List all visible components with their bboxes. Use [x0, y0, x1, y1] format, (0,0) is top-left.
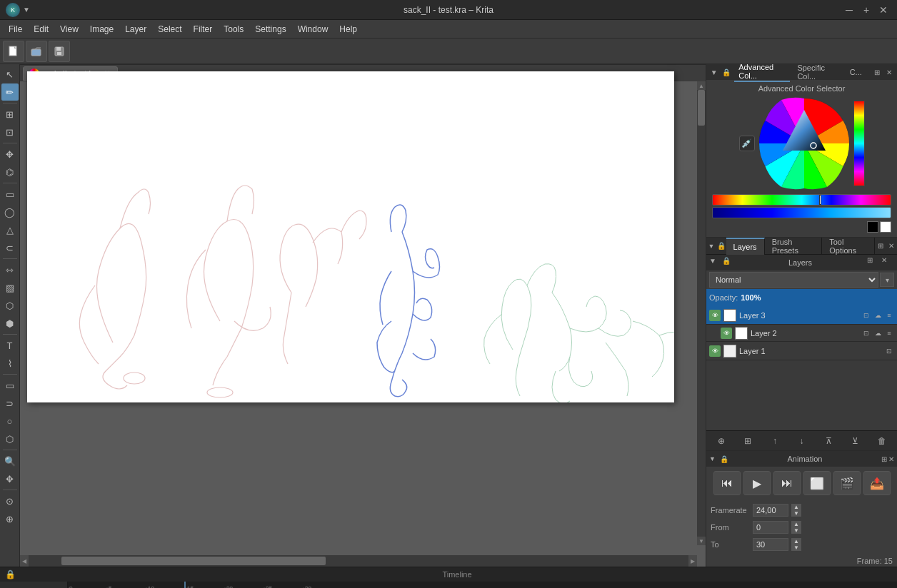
- scroll-down-button[interactable]: ▼: [697, 537, 706, 545]
- tool-ellipse-shape[interactable]: ○: [1, 412, 19, 430]
- background-color[interactable]: [880, 221, 891, 233]
- blend-options-btn[interactable]: ▾: [880, 273, 894, 287]
- anim-export[interactable]: 📤: [863, 471, 891, 495]
- framerate-up[interactable]: ▲: [791, 504, 801, 510]
- menu-tools[interactable]: Tools: [218, 23, 249, 36]
- layer-item-3[interactable]: 👁 Layer 3 ⊡ ☁ ≡: [706, 306, 897, 325]
- framerate-down[interactable]: ▼: [791, 510, 801, 517]
- tool-lasso[interactable]: ⊃: [1, 395, 19, 412]
- tool-freehand-select[interactable]: ⊂: [1, 239, 19, 256]
- layers-panel-lock[interactable]: 🔒: [722, 257, 733, 268]
- layer-item-1[interactable]: 👁 Layer 1 ⊡: [706, 342, 897, 360]
- minimize-button[interactable]: ─: [841, 2, 857, 18]
- tab-tool-options[interactable]: Tool Options: [822, 238, 875, 255]
- anim-loop[interactable]: ⬜: [803, 471, 831, 495]
- panel-maximize2[interactable]: ⊞: [875, 238, 886, 254]
- tool-calligraphy[interactable]: ⌇: [1, 355, 19, 372]
- menu-select[interactable]: Select: [152, 23, 187, 36]
- tool-smart-select2[interactable]: ⊕: [1, 510, 19, 527]
- duplicate-layer-btn[interactable]: ⊞: [740, 433, 756, 449]
- drawing-canvas[interactable]: [27, 71, 674, 402]
- color-panel-lock[interactable]: 🔒: [722, 66, 732, 78]
- tool-gradient[interactable]: ▨: [1, 279, 19, 296]
- anim-close[interactable]: ✕: [888, 455, 894, 463]
- layer-2-visibility[interactable]: 👁: [721, 328, 732, 339]
- eyedropper-button[interactable]: 💉: [739, 136, 755, 151]
- panel-close2[interactable]: ✕: [886, 238, 897, 254]
- tool-move[interactable]: ✥: [1, 146, 19, 163]
- menu-view[interactable]: View: [54, 23, 84, 36]
- tool-colorpick[interactable]: ⊙: [1, 492, 19, 510]
- anim-expand[interactable]: ⊞: [881, 455, 887, 463]
- tool-smart[interactable]: ⌬: [1, 163, 19, 181]
- layers-close-btn[interactable]: ✕: [881, 256, 894, 269]
- blend-mode-select[interactable]: Normal: [709, 272, 878, 288]
- scroll-right-button[interactable]: ▶: [688, 555, 697, 567]
- close-button[interactable]: ✕: [876, 2, 891, 18]
- to-up[interactable]: ▲: [791, 538, 801, 544]
- hue-bar[interactable]: [712, 194, 891, 206]
- tab-specific-color[interactable]: Specific Col...: [793, 63, 842, 81]
- color-wheel[interactable]: [758, 97, 851, 190]
- from-input[interactable]: [753, 521, 788, 534]
- scroll-left-button[interactable]: ◀: [20, 555, 29, 567]
- titlebar-dropdown[interactable]: ▼: [23, 6, 30, 14]
- anim-play[interactable]: ▶: [743, 471, 771, 495]
- tab-advanced-color[interactable]: Advanced Col...: [734, 62, 790, 82]
- tab-color-c[interactable]: C...: [846, 67, 866, 77]
- menu-help[interactable]: Help: [334, 23, 363, 36]
- menu-image[interactable]: Image: [84, 23, 119, 36]
- layer-3-visibility[interactable]: 👁: [709, 310, 721, 321]
- anim-clap[interactable]: 🎬: [833, 471, 861, 495]
- add-layer-btn[interactable]: ⊕: [713, 433, 729, 449]
- anim-first-frame[interactable]: ⏮: [713, 471, 741, 495]
- tool-zoom[interactable]: 🔍: [1, 452, 19, 470]
- menu-settings[interactable]: Settings: [249, 23, 291, 36]
- anim-arrow[interactable]: ▼: [709, 455, 716, 462]
- tool-smart-fill[interactable]: ⬢: [1, 315, 19, 332]
- tab-brush-presets[interactable]: Brush Presets: [765, 238, 823, 255]
- timeline-lock-icon[interactable]: 🔒: [3, 567, 17, 582]
- tool-fill[interactable]: ⬡: [1, 297, 19, 314]
- hue-cursor[interactable]: [819, 195, 821, 205]
- menu-layer[interactable]: Layer: [119, 23, 152, 36]
- tool-pointer[interactable]: ↖: [1, 66, 19, 83]
- tool-freehand[interactable]: ✏: [1, 83, 19, 101]
- tool-text[interactable]: T: [1, 337, 19, 354]
- tool-poly-select[interactable]: △: [1, 221, 19, 238]
- layers-expand-btn[interactable]: ⊞: [867, 256, 880, 269]
- menu-window[interactable]: Window: [292, 23, 334, 36]
- from-up[interactable]: ▲: [791, 521, 801, 527]
- layers-panel-arrow[interactable]: ▼: [709, 257, 721, 268]
- tool-shapes[interactable]: ▭: [1, 377, 19, 394]
- tool-pan[interactable]: ✥: [1, 470, 19, 487]
- color-panel-maximize[interactable]: ⊞: [872, 66, 882, 78]
- layer-item-2[interactable]: 👁 Layer 2 ⊡ ☁ ≡: [706, 325, 897, 342]
- save-file-button[interactable]: [49, 41, 70, 62]
- tool-crop[interactable]: ⊡: [1, 123, 19, 141]
- vscroll-thumb[interactable]: [698, 90, 705, 126]
- horizontal-scrollbar[interactable]: ◀ ▶: [20, 555, 697, 567]
- menu-edit[interactable]: Edit: [28, 23, 54, 36]
- tool-rect-select[interactable]: ▭: [1, 186, 19, 203]
- new-file-button[interactable]: [3, 41, 24, 62]
- tool-ellipse-select[interactable]: ◯: [1, 203, 19, 220]
- color-panel-close[interactable]: ✕: [884, 66, 894, 78]
- delete-layer-btn[interactable]: 🗑: [874, 433, 890, 449]
- anim-last-frame[interactable]: ⏭: [773, 471, 801, 495]
- menu-filter[interactable]: Filter: [188, 23, 219, 36]
- open-file-button[interactable]: [26, 41, 47, 62]
- tool-poly-shape[interactable]: ⬡: [1, 430, 19, 447]
- tab-layers[interactable]: Layers: [726, 238, 765, 255]
- menu-file[interactable]: File: [3, 23, 28, 36]
- foreground-color[interactable]: [867, 221, 878, 233]
- flatten-btn[interactable]: ⊻: [848, 433, 863, 449]
- layer-1-visibility[interactable]: 👁: [709, 345, 721, 357]
- move-up-btn[interactable]: ↑: [767, 433, 783, 449]
- color-panel-arrow[interactable]: ▼: [709, 66, 719, 78]
- vertical-scrollbar[interactable]: ▲ ▼: [697, 81, 706, 545]
- move-down-btn[interactable]: ↓: [793, 433, 809, 449]
- to-down[interactable]: ▼: [791, 544, 801, 551]
- tool-transform[interactable]: ⊞: [1, 106, 19, 123]
- value-bar[interactable]: [712, 207, 891, 218]
